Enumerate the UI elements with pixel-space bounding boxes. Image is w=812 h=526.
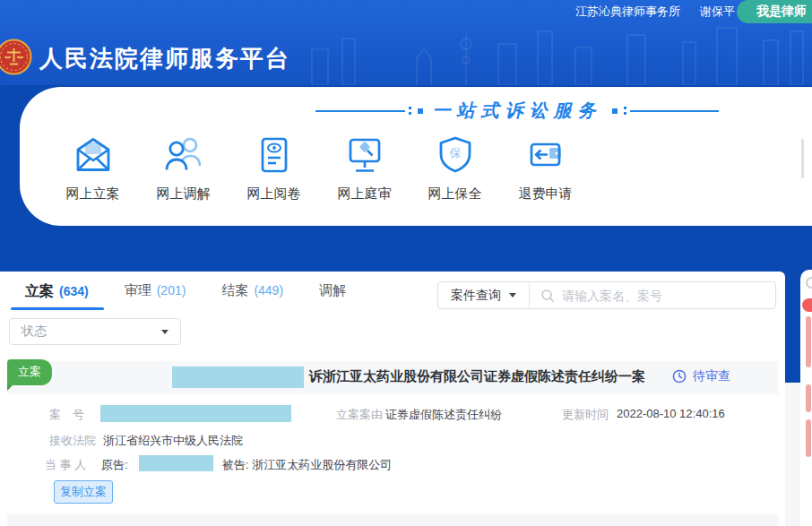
sidebar-red-tag <box>802 298 812 312</box>
tab-closed[interactable]: 结案 (449) <box>221 282 283 301</box>
service-refund-request[interactable]: 退费申请 <box>500 134 591 203</box>
i-am-lawyer-button[interactable]: 我是律师 <box>737 0 812 23</box>
tab-trial[interactable]: 审理 (201) <box>125 282 186 301</box>
service-online-mediation[interactable]: 网上调解 <box>138 134 229 203</box>
clock-icon <box>672 369 687 384</box>
court-label: 接收法院 <box>49 433 96 449</box>
tab-mediation[interactable]: 调解 <box>319 282 346 301</box>
redacted-plaintiff <box>139 455 213 471</box>
redacted-case-number <box>100 405 291 422</box>
chevron-down-icon <box>509 293 516 297</box>
service-label: 网上立案 <box>66 185 120 203</box>
search-icon <box>540 289 555 303</box>
service-label: 网上阅卷 <box>247 185 301 203</box>
tab-count: (449) <box>254 283 283 297</box>
wallet-refund-icon <box>525 134 566 176</box>
one-stop-service-banner: 一站式诉讼服务 <box>315 99 719 123</box>
status-filter-select[interactable]: 状态 <box>9 318 181 345</box>
tab-label: 结案 <box>221 282 248 299</box>
service-label: 网上庭审 <box>338 185 392 203</box>
service-shortcuts: 网上立案 网上调解 网上阅卷 网上庭审 保 网 <box>48 134 591 203</box>
redacted-plaintiff-name <box>172 366 304 388</box>
case-header: 立案 诉浙江亚太药业股份有限公司证券虚假陈述责任纠纷一案 待审查 <box>7 361 778 394</box>
tab-count: (634) <box>59 284 89 298</box>
status-filter-placeholder: 状态 <box>22 323 47 340</box>
service-label: 网上保全 <box>428 185 482 203</box>
sidebar-search-icon <box>806 277 812 289</box>
updated-value: 2022-08-10 12:40:16 <box>617 407 725 420</box>
active-tab-underline <box>11 307 104 310</box>
document-eye-icon <box>254 134 295 176</box>
sidebar-list-item <box>806 419 811 457</box>
sidebar-list-item <box>806 384 811 412</box>
service-label: 退费申请 <box>519 185 573 203</box>
case-details: 案 号 立案案由 证券虚假陈述责任纠纷 更新时间 2022-08-10 12:4… <box>7 394 778 517</box>
search-category-dropdown[interactable]: 案件查询 <box>438 282 530 308</box>
banner-text: 一站式诉讼服务 <box>433 99 602 123</box>
chevron-down-icon <box>161 330 168 334</box>
copy-filing-button[interactable]: 复制立案 <box>54 480 113 504</box>
case-status-text: 待审查 <box>693 368 730 384</box>
case-stage-badge: 立案 <box>7 359 52 385</box>
envelope-open-icon <box>73 134 114 176</box>
tab-filing[interactable]: 立案 (634) <box>25 282 89 301</box>
monitor-gavel-icon <box>344 134 385 176</box>
service-online-trial[interactable]: 网上庭审 <box>319 134 410 203</box>
search-input[interactable] <box>562 289 764 303</box>
court-value: 浙江省绍兴市中级人民法院 <box>103 433 243 449</box>
hero-scrollbar[interactable] <box>801 139 804 178</box>
next-case-header-partial <box>7 514 778 526</box>
case-title[interactable]: 诉浙江亚太药业股份有限公司证券虚假陈述责任纠纷一案 <box>309 368 645 385</box>
page-title: 人民法院律师服务平台 <box>39 43 290 74</box>
user-name-link[interactable]: 谢保平 <box>700 4 735 20</box>
people-icon <box>163 134 204 176</box>
case-tabs: 立案 (634) 审理 (201) 结案 (449) 调解 <box>25 282 346 301</box>
case-no-label: 案 号 <box>49 407 84 423</box>
tab-label: 立案 <box>25 282 54 301</box>
tab-count: (201) <box>157 283 186 297</box>
search-category-label: 案件查询 <box>451 288 501 304</box>
sidebar-list-item <box>806 316 811 367</box>
party-label: 当 事 人 <box>45 457 86 473</box>
cause-label: 立案案由 <box>336 407 383 423</box>
case-status: 待审查 <box>672 368 730 384</box>
updated-label: 更新时间 <box>562 407 609 423</box>
service-label: 网上调解 <box>157 185 211 203</box>
defendant-value: 被告: 浙江亚太药业股份有限公司 <box>222 457 392 473</box>
cause-value: 证券虚假陈述责任纠纷 <box>385 407 502 423</box>
header: 江苏沁典律师事务所 谢保平 我是律师 人民法院律师服务平台 <box>0 0 812 85</box>
case-list-item: 立案 诉浙江亚太药业股份有限公司证券虚假陈述责任纠纷一案 待审查 案 号 立案案… <box>7 361 778 517</box>
shield-glyph: 保 <box>449 146 461 160</box>
plaintiff-label: 原告: <box>101 457 128 473</box>
service-online-filing[interactable]: 网上立案 <box>48 134 138 203</box>
service-online-preservation[interactable]: 保 网上保全 <box>410 134 500 203</box>
tab-label: 调解 <box>319 282 346 299</box>
case-search-bar: 案件查询 <box>437 281 776 309</box>
tab-label: 审理 <box>125 282 151 299</box>
service-online-file-review[interactable]: 网上阅卷 <box>229 134 319 203</box>
court-emblem-logo <box>0 39 32 75</box>
law-firm-link[interactable]: 江苏沁典律师事务所 <box>575 4 680 20</box>
shield-icon: 保 <box>435 134 476 176</box>
